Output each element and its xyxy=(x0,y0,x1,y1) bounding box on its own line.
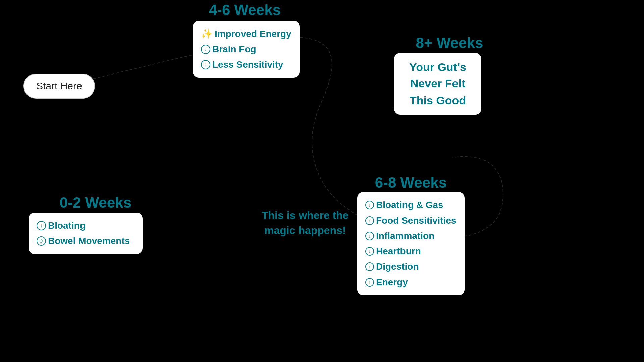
sparkle-icon: ✨ xyxy=(201,27,213,41)
down-icon-6: ↓ xyxy=(365,232,374,240)
week-8-plus-label: 8+ Weeks xyxy=(396,35,503,51)
down-icon-7: ↓ xyxy=(365,247,374,256)
week-4-6-label: 4-6 Weeks xyxy=(184,2,305,18)
down-icon-2: ↓ xyxy=(201,60,210,69)
down-icon-5: ↓ xyxy=(365,216,374,225)
magic-text: This is where the magic happens! xyxy=(262,208,349,238)
down-icon-4: ↓ xyxy=(365,201,374,209)
smile-icon: ☺ xyxy=(37,236,46,246)
week-6-8-item-5: ↑ Digestion xyxy=(365,260,457,274)
magic-text-line1: This is where the xyxy=(262,208,349,223)
down-icon-1: ↓ xyxy=(201,45,210,54)
week-8-plus-text: Your Gut's Never Felt This Good xyxy=(402,59,473,109)
week-6-8-item-3: ↓ Inflammation xyxy=(365,229,457,243)
week-4-6-item-2-text: Brain Fog xyxy=(212,42,256,56)
week-8-plus-line2: Never Felt xyxy=(402,75,473,92)
week-6-8-item-5-text: Digestion xyxy=(376,260,419,274)
week-6-8-item-2: ↓ Food Sensitivities xyxy=(365,214,457,228)
week-0-2-item-1: ↓ Bloating xyxy=(37,219,135,233)
week-6-8-item-2-text: Food Sensitivities xyxy=(376,214,457,228)
week-0-2-card: ↓ Bloating ☺ Bowel Movements xyxy=(29,213,143,254)
week-6-8-item-6: ↑ Energy xyxy=(365,275,457,289)
week-4-6-card: ✨ Improved Energy ↓ Brain Fog ↓ Less Sen… xyxy=(193,21,300,78)
week-6-8-item-1-text: Bloating & Gas xyxy=(376,198,443,212)
week-4-6-item-1: ✨ Improved Energy xyxy=(201,27,291,41)
week-8-plus-line1: Your Gut's xyxy=(402,59,473,75)
up-icon-1: ↑ xyxy=(365,262,374,271)
week-6-8-item-4-text: Heartburn xyxy=(376,244,421,258)
week-6-8-item-1: ↓ Bloating & Gas xyxy=(365,198,457,212)
week-4-6-item-3: ↓ Less Sensitivity xyxy=(201,58,291,72)
week-6-8-item-3-text: Inflammation xyxy=(376,229,434,243)
week-6-8-card: ↓ Bloating & Gas ↓ Food Sensitivities ↓ … xyxy=(357,192,465,295)
week-0-2-item-1-text: Bloating xyxy=(48,219,86,233)
week-8-plus-card: Your Gut's Never Felt This Good xyxy=(394,53,481,115)
week-4-6-item-2: ↓ Brain Fog xyxy=(201,42,291,56)
week-6-8-item-6-text: Energy xyxy=(376,275,408,289)
week-4-6-item-3-text: Less Sensitivity xyxy=(212,58,283,72)
week-0-2-item-2-text: Bowel Movements xyxy=(48,234,130,248)
down-icon-3: ↓ xyxy=(37,221,46,230)
magic-text-line2: magic happens! xyxy=(262,223,349,238)
week-0-2-label: 0-2 Weeks xyxy=(39,194,153,211)
up-icon-2: ↑ xyxy=(365,278,374,287)
week-4-6-item-1-text: Improved Energy xyxy=(215,27,291,41)
week-0-2-item-2: ☺ Bowel Movements xyxy=(37,234,135,248)
week-6-8-label: 6-8 Weeks xyxy=(357,174,465,191)
start-here-button[interactable]: Start Here xyxy=(23,74,95,99)
week-8-plus-line3: This Good xyxy=(402,92,473,109)
week-6-8-item-4: ↓ Heartburn xyxy=(365,244,457,258)
